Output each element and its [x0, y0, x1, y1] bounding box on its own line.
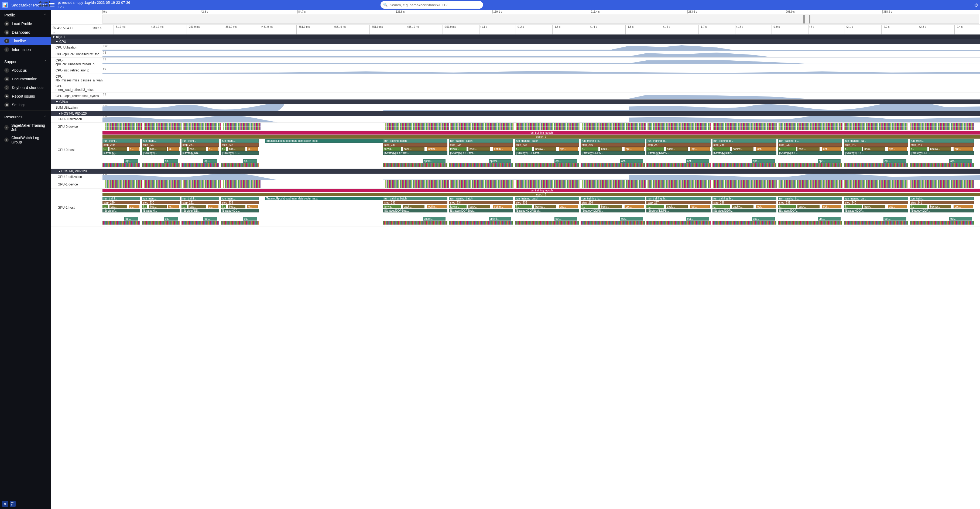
footer-badges: ⫿⫿ DB 0 [2, 501, 16, 507]
power-button[interactable]: ⏻ [974, 3, 978, 7]
overview-tick: 84.7 s [298, 10, 305, 13]
group-gpus[interactable]: ▾ GPUs [51, 100, 980, 104]
timeline-icon: ≡ [4, 38, 9, 43]
detail-tick: +1.5 s [625, 25, 634, 35]
detail-tick: +151.9 ms [150, 25, 164, 35]
sidebar-item-shortcuts[interactable]: ?Keyboard shortcuts [0, 83, 51, 92]
sidebar-item-documentation[interactable]: ≣Documentation [0, 75, 51, 83]
cpu-chart[interactable]: 50 [102, 67, 980, 73]
chevron-up-icon: ⌃ [44, 115, 47, 119]
gpu-util-chart[interactable]: 100 [102, 173, 980, 180]
detail-tick: +2.1 s [845, 25, 853, 35]
row-gpu-host: GPU-1 host run_training_epochepoch_1run_… [51, 189, 980, 226]
link-icon: ⇗ [4, 137, 9, 142]
group-host-1[interactable]: ▾ HOST-0, PID-128 [51, 169, 980, 173]
cpu-chart[interactable]: 75 [102, 58, 980, 64]
sidebar-item-dashboard[interactable]: ▤Dashboard [0, 28, 51, 37]
sidebar: Profile⌃ ↻Load Profile ▤Dashboard ≡Timel… [0, 10, 51, 509]
detail-tick: +2.2 s [881, 25, 890, 35]
cpu-row: CPU-cpu_clk_unhalted.ref_tsc 75 [51, 51, 980, 58]
footer-badge-1[interactable]: ⫿⫿ [2, 501, 8, 507]
overview-ruler[interactable]: 0 s42.3 s84.7 s126.8 s169.1 s211.4 s253.… [51, 10, 980, 25]
detail-ruler[interactable]: 1684537764 s + 330.2 s +51.9 ms+151.9 ms… [51, 25, 980, 35]
row-label: CPU-inst_retired.any_p [51, 67, 102, 73]
overview-tick: 42.3 s [200, 10, 208, 13]
cpu-chart[interactable]: 75 [102, 51, 980, 57]
cpu-chart[interactable]: 75 [102, 93, 980, 99]
overview-tick: 126.8 s [395, 10, 405, 13]
group-algo[interactable]: ▾ algo-1 [51, 35, 980, 39]
footer-badge-2[interactable]: DB 0 [10, 501, 16, 507]
collapse-ruler-button[interactable]: ⌃⌄ [52, 25, 56, 34]
ruler-offset: 330.2 s [92, 26, 102, 30]
sidebar-item-load-profile[interactable]: ↻Load Profile [0, 19, 51, 28]
chart-sum-util[interactable]: 100 [102, 104, 980, 111]
search-icon: 🔍 [383, 3, 388, 7]
sidebar-item-training-job[interactable]: ⇗SageMaker Training Job [0, 121, 51, 134]
sidebar-item-information[interactable]: iInformation [0, 45, 51, 54]
sidebar-item-settings[interactable]: ⚙Settings [0, 100, 51, 109]
detail-tick: +1.3 s [552, 25, 561, 35]
sidebar-section-resources[interactable]: Resources⌃ [0, 111, 51, 121]
row-label: CPU-cpu_clk_unhalted.thread_p [51, 58, 102, 67]
row-gpu-util: GPU-1 utilization 100 [51, 173, 980, 180]
row-sum-util: SUM Utilization 100 [51, 104, 980, 111]
host-lanes[interactable]: run_training_epochepoch_1run_traini...ru… [102, 189, 980, 226]
detail-tick: +551.9 ms [296, 25, 310, 35]
host-lanes[interactable]: run_training_epochepoch_1run_traini...ru… [102, 131, 980, 169]
viewport-marker[interactable] [803, 15, 805, 24]
row-label: CPU Utilization [51, 44, 102, 51]
detail-tick: +1.1 s [479, 25, 488, 35]
sidebar-section-profile[interactable]: Profile⌃ [0, 10, 51, 19]
detail-tick: +2.4 s [955, 25, 963, 35]
gpu-streams[interactable] [105, 122, 980, 131]
doc-icon: ≣ [4, 76, 9, 81]
row-label: CPU-itlb_misses.miss_causes_a_walk [51, 74, 102, 83]
tracks-container[interactable]: ▾ algo-1 ▾ CPU CPU Utilization 100 CPU-c… [51, 35, 980, 509]
detail-tick: +1.6 s [662, 25, 670, 35]
cpu-chart[interactable]: 100 [102, 44, 980, 51]
chevron-up-icon: ⌃ [44, 60, 47, 64]
search-input[interactable] [380, 1, 483, 9]
info-icon: i [4, 47, 9, 52]
overview-minimap[interactable] [102, 14, 979, 24]
cpu-chart[interactable] [102, 74, 980, 80]
group-host-0[interactable]: ▾ HOST-0, PID-126 [51, 111, 980, 116]
row-label: GPU-0 utilization [51, 116, 102, 122]
cpu-row: CPU-itlb_misses.miss_causes_a_walk [51, 74, 980, 83]
sidebar-section-support[interactable]: Support⌃ [0, 56, 51, 66]
viewport-marker[interactable] [809, 15, 810, 24]
cpu-row: CPU-cpu_clk_unhalted.thread_p 75 [51, 58, 980, 67]
overview-tick: 169.1 s [492, 10, 502, 13]
detail-tick: +351.9 ms [223, 25, 237, 35]
overview-tick: 0 s [102, 10, 107, 13]
sidebar-item-report-issues[interactable]: ✱Report issuus [0, 92, 51, 100]
sidebar-item-about[interactable]: iAbout us [0, 66, 51, 75]
cpu-row: CPU-uops_retired.stall_cycles 75 [51, 93, 980, 100]
refresh-icon: ↻ [4, 21, 9, 26]
search-box: 🔍 [380, 1, 483, 9]
cpu-chart[interactable] [102, 83, 980, 90]
row-label: GPU-0 host [51, 131, 102, 169]
detail-tick: +851.9 ms [406, 25, 419, 35]
app-header: 📊 SageMaker Profiler pt-resnet-smppy-1xg… [0, 0, 980, 10]
detail-tick: +1.7 s [698, 25, 707, 35]
cpu-row: CPU-mem_load_retired.l3_miss [51, 83, 980, 93]
gpu-util-chart[interactable]: 100 [102, 116, 980, 122]
detail-tick: +1.2 s [515, 25, 524, 35]
group-cpu[interactable]: ▾ CPU [51, 39, 980, 44]
dashboard-icon: ▤ [4, 30, 9, 35]
detail-tick: +951.9 ms [442, 25, 456, 35]
detail-tick: +1.4 s [589, 25, 597, 35]
cpu-row: CPU Utilization 100 [51, 44, 980, 51]
detail-tick: +2.3 s [918, 25, 926, 35]
gpu-streams[interactable] [105, 180, 980, 188]
job-title: pt-resnet-smppy-1xg4dn-2023-05-19-23-07-… [58, 0, 133, 9]
detail-tick: +251.9 ms [187, 25, 200, 35]
row-label: CPU-mem_load_retired.l3_miss [51, 83, 102, 92]
detail-tick: +651.9 ms [333, 25, 346, 35]
sidebar-item-cloudwatch[interactable]: ⇗CloudWatch Log Group [0, 134, 51, 146]
sidebar-item-timeline[interactable]: ≡Timeline [0, 37, 51, 45]
overview-tick: 338.2 s [882, 10, 892, 13]
row-gpu-util: GPU-0 utilization 100 [51, 116, 980, 122]
